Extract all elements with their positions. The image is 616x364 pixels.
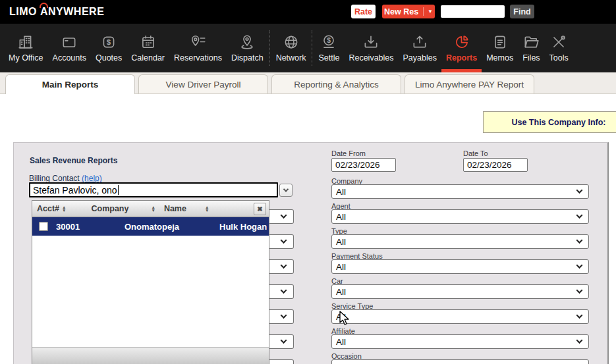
- logo-text-limo: LIMO: [9, 6, 37, 17]
- nav-label: Receivables: [349, 53, 393, 63]
- date-from-input[interactable]: 02/23/2026: [331, 158, 396, 172]
- office-building-icon: [17, 34, 34, 51]
- column-header-company[interactable]: Company: [91, 204, 128, 213]
- billing-contact-input[interactable]: Stefan Pavlovic, ono: [29, 182, 278, 197]
- nav-label: Accounts: [53, 53, 86, 63]
- company-select[interactable]: All: [331, 184, 589, 199]
- use-company-info-notice[interactable]: Use This Company Info:: [483, 111, 616, 133]
- new-res-button[interactable]: New Res ▼: [382, 5, 435, 18]
- svg-text:$: $: [327, 37, 331, 44]
- wallet-icon: [61, 34, 78, 51]
- close-dropdown-button[interactable]: ✖: [254, 203, 266, 215]
- nav-item-receivables[interactable]: Receivables: [344, 24, 398, 72]
- car-select[interactable]: All: [331, 284, 589, 299]
- date-to-input[interactable]: 02/23/2026: [463, 158, 528, 172]
- hidden-filter-select[interactable]: [267, 334, 294, 349]
- hidden-filter-select[interactable]: [267, 309, 294, 324]
- text-caret: [118, 185, 119, 195]
- row-checkbox[interactable]: [39, 222, 48, 231]
- chevron-down-icon: [281, 212, 287, 219]
- nav-item-quotes[interactable]: $ Quotes: [91, 24, 126, 72]
- chevron-down-icon: [576, 187, 583, 194]
- billing-contact-expand-button[interactable]: [279, 184, 293, 197]
- row-company: Onomatopeja: [125, 222, 204, 232]
- hidden-filter-select[interactable]: [267, 209, 294, 224]
- nav-label: Dispatch: [231, 53, 264, 63]
- app-window: LIMO ANYWHERE Rate New Res ▼ Find My Off…: [0, 0, 616, 364]
- chevron-down-icon: [281, 287, 287, 294]
- chevron-down-icon: [576, 312, 583, 319]
- nav-item-memos[interactable]: Memos: [482, 24, 518, 72]
- tools-icon: [550, 34, 567, 51]
- nav-item-reservations[interactable]: Reservations: [169, 24, 227, 72]
- newres-caret-down-icon[interactable]: ▼: [428, 9, 433, 14]
- column-header-acct[interactable]: Acct#: [37, 204, 59, 213]
- nav-item-accounts[interactable]: Accounts: [48, 24, 91, 72]
- hidden-filter-select[interactable]: [267, 359, 294, 364]
- nav-label: Reservations: [174, 53, 222, 63]
- limo-anywhere-logo: LIMO ANYWHERE: [9, 6, 104, 18]
- payment-status-select[interactable]: All: [331, 259, 589, 274]
- nav-item-dispatch[interactable]: Dispatch: [227, 24, 268, 72]
- billing-contact-help-link[interactable]: (help): [82, 174, 102, 183]
- sales-revenue-report-panel: Sales Revenue Reports Billing Contact (h…: [13, 142, 609, 364]
- tab-limo-anywhere-pay-report[interactable]: Limo Anywhere PAY Report: [405, 74, 534, 93]
- dollar-circle-icon: $: [320, 34, 337, 51]
- topbar-actions: Rate New Res ▼ Find: [351, 5, 534, 18]
- sort-icon[interactable]: ▲▼: [62, 205, 66, 212]
- nav-label: Reports: [446, 53, 477, 63]
- nav-label: Settle: [318, 53, 339, 63]
- panel-heading: Sales Revenue Reports: [30, 156, 117, 165]
- column-header-name[interactable]: Name: [164, 204, 186, 213]
- nav-item-calendar[interactable]: Calendar: [126, 24, 169, 72]
- nav-label: Calendar: [131, 53, 165, 63]
- tab-view-driver-payroll[interactable]: View Driver Payroll: [138, 74, 268, 93]
- chevron-down-icon: [281, 312, 287, 319]
- globe-icon: [283, 34, 300, 51]
- hidden-filter-select[interactable]: [267, 234, 294, 249]
- close-icon: ✖: [257, 205, 262, 213]
- dollar-square-icon: $: [100, 34, 117, 51]
- find-button[interactable]: Find: [510, 5, 534, 18]
- nav-item-tools[interactable]: Tools: [545, 24, 573, 72]
- account-dropdown-empty-area: [32, 236, 269, 347]
- global-search-input[interactable]: [441, 5, 505, 18]
- map-pin-icon: [238, 34, 256, 51]
- service-type-select[interactable]: All: [331, 309, 589, 324]
- nav-separator: [269, 30, 270, 66]
- nav-item-reports[interactable]: Reports: [441, 24, 482, 72]
- nav-item-network[interactable]: Network: [271, 24, 311, 72]
- tab-reporting-analytics[interactable]: Reporting & Analytics: [271, 74, 401, 93]
- chevron-down-icon: [576, 212, 583, 219]
- sort-icon[interactable]: ▲▼: [151, 205, 155, 212]
- agent-select[interactable]: All: [331, 209, 589, 224]
- top-bar: LIMO ANYWHERE Rate New Res ▼ Find: [0, 0, 616, 24]
- date-to-label: Date To: [463, 149, 488, 157]
- report-tab-strip: Main Reports View Driver Payroll Reporti…: [0, 72, 616, 94]
- account-dropdown-footer: [32, 347, 269, 364]
- chevron-down-icon: [281, 237, 287, 244]
- nav-item-settle[interactable]: $ Settle: [314, 24, 344, 72]
- affiliate-select[interactable]: All: [331, 334, 589, 349]
- chevron-down-icon: [576, 337, 583, 344]
- sort-icon[interactable]: ▲▼: [205, 205, 209, 212]
- row-acct-number: 30001: [56, 222, 96, 232]
- rate-button[interactable]: Rate: [351, 5, 376, 18]
- type-select[interactable]: All: [331, 234, 589, 249]
- tab-main-reports[interactable]: Main Reports: [5, 74, 135, 94]
- occasion-select[interactable]: All: [331, 359, 589, 364]
- nav-separator: [312, 30, 312, 66]
- date-from-label: Date From: [331, 149, 366, 157]
- logo-arc-icon: [40, 3, 48, 8]
- nav-item-my-office[interactable]: My Office: [4, 24, 48, 72]
- billing-contact-label: Billing Contact (help): [29, 174, 102, 183]
- nav-item-payables[interactable]: Payables: [399, 24, 441, 72]
- nav-item-files[interactable]: Files: [518, 24, 544, 72]
- hidden-filter-select[interactable]: [267, 284, 294, 299]
- pie-chart-icon: [453, 34, 470, 51]
- account-result-row[interactable]: 30001 Onomatopeja Hulk Hogan: [32, 217, 269, 236]
- nav-label: Tools: [549, 53, 569, 63]
- hidden-filter-select[interactable]: [267, 259, 294, 274]
- calendar-icon: [140, 34, 157, 51]
- account-search-dropdown: Acct# ▲▼ Company ▲▼ Name ▲▼ ✖ 30001 Onom…: [32, 200, 269, 364]
